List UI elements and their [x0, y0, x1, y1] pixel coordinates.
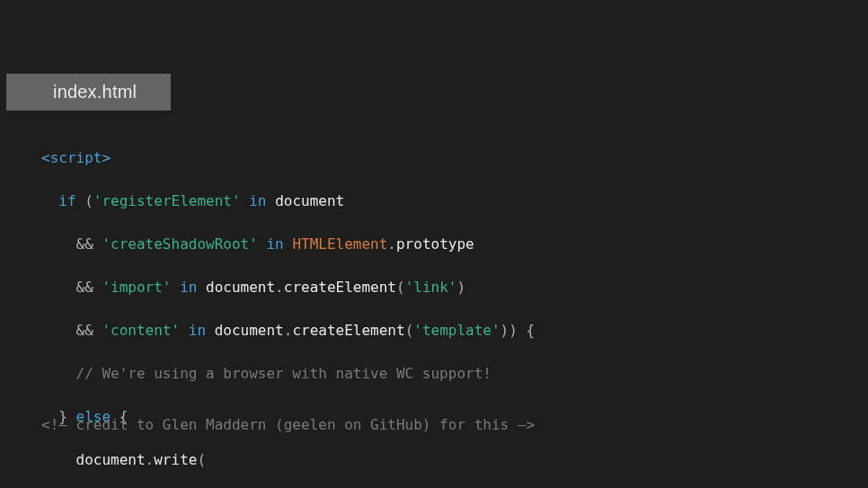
string-literal: 'import' [102, 279, 171, 296]
op-and: && [76, 235, 93, 253]
code-line: && 'content' in document.createElement('… [41, 320, 850, 342]
kw-in: in [180, 279, 197, 296]
identifier: HTMLElement [292, 235, 387, 253]
identifier: document [275, 192, 344, 209]
file-tab[interactable]: index.html [6, 74, 171, 111]
comment: // We're using a browser with native WC … [76, 365, 492, 382]
dot: . [387, 235, 396, 253]
identifier: prototype [396, 235, 474, 253]
code-line: // We're using a browser with native WC … [41, 363, 850, 385]
kw-in: in [266, 235, 283, 253]
credit-comment: <!— credit to Glen Maddern (geelen on Gi… [41, 416, 535, 433]
dot: . [284, 322, 293, 339]
code-line: <script> [41, 147, 850, 169]
op-and: && [76, 279, 93, 296]
code-line: if ('registerElement' in document [41, 191, 850, 212]
string-literal: 'link' [405, 279, 457, 296]
paren-close: ) [500, 322, 509, 339]
tag-open: <script> [41, 149, 111, 166]
identifier: document [215, 322, 284, 339]
brace-open: { [527, 322, 536, 339]
op-and: && [76, 322, 93, 339]
code-line: && 'import' in document.createElement('l… [41, 277, 850, 298]
paren-open: ( [84, 192, 93, 209]
string-literal: 'createShadowRoot' [102, 235, 257, 253]
paren-open: ( [396, 279, 405, 296]
string-literal: 'content' [102, 322, 180, 339]
identifier: createElement [284, 279, 396, 296]
paren-close: ) [509, 322, 518, 339]
identifier: document [206, 279, 275, 296]
dot: . [146, 451, 155, 468]
code-block: <script> if ('registerElement' in docume… [41, 126, 850, 488]
kw-in: in [189, 322, 206, 339]
identifier: document [76, 451, 146, 468]
dot: . [275, 279, 284, 296]
file-tab-label: index.html [53, 82, 137, 102]
paren-close: ) [456, 279, 465, 296]
string-literal: 'template' [413, 322, 500, 339]
kw-in: in [249, 192, 266, 209]
paren-open: ( [405, 322, 414, 339]
code-line: && 'createShadowRoot' in HTMLElement.pro… [41, 234, 850, 255]
string-literal: 'registerElement' [93, 192, 241, 209]
code-line: document.write( [41, 449, 850, 471]
paren-open: ( [197, 451, 206, 468]
identifier: write [154, 451, 197, 468]
identifier: createElement [292, 322, 404, 339]
kw-if: if [58, 192, 75, 209]
